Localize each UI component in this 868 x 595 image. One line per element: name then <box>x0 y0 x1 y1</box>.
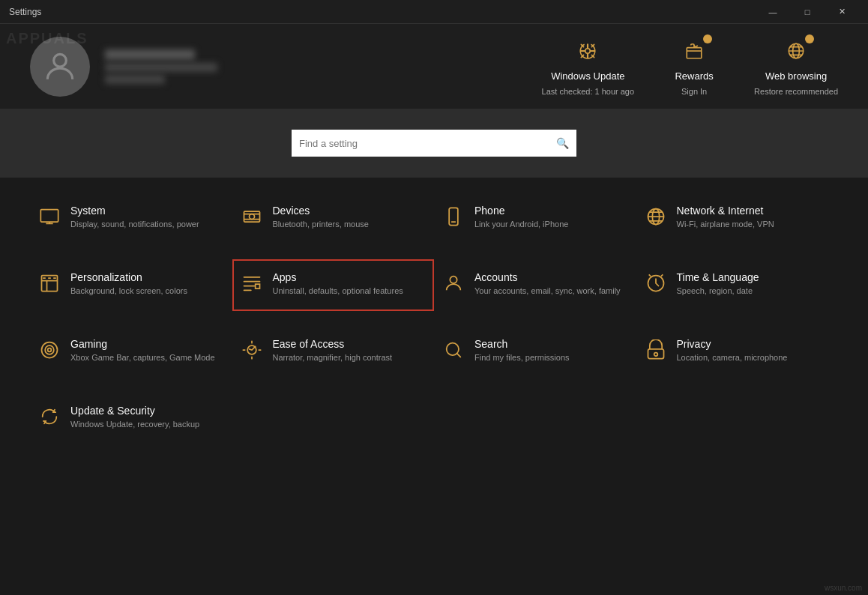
web-browsing-icon-wrap <box>781 36 811 66</box>
network-title: Network & Internet <box>677 205 774 217</box>
phone-sub: Link your Android, iPhone <box>474 219 568 230</box>
gaming-icon <box>39 339 60 366</box>
privacy-title: Privacy <box>677 338 788 350</box>
web-browsing-sub: Restore recommended <box>754 86 838 97</box>
svg-point-16 <box>45 345 54 354</box>
apps-sub: Uninstall, defaults, optional features <box>273 286 403 297</box>
grid-item-ease[interactable]: Ease of AccessNarrator, magnifier, high … <box>232 326 435 378</box>
close-button[interactable]: ✕ <box>825 0 859 24</box>
privacy-sub: Location, camera, microphone <box>677 352 788 363</box>
windows-update-action[interactable]: Windows Update Last checked: 1 hour ago <box>542 36 635 97</box>
ease-title: Ease of Access <box>273 338 393 350</box>
update-sub: Windows Update, recovery, backup <box>70 419 199 430</box>
search-area: 🔍 <box>0 109 868 178</box>
web-browsing-action[interactable]: Web browsing Restore recommended <box>754 36 838 97</box>
apps-title: Apps <box>273 271 403 283</box>
svg-point-7 <box>249 214 254 220</box>
rewards-icon-wrap <box>679 36 709 66</box>
network-sub: Wi-Fi, airplane mode, VPN <box>677 219 774 230</box>
titlebar-title: Settings <box>9 7 41 17</box>
apps-icon <box>241 273 262 299</box>
ease-icon <box>241 339 262 366</box>
web-browsing-badge <box>805 34 814 43</box>
svg-rect-2 <box>687 48 702 58</box>
svg-point-17 <box>48 348 52 352</box>
system-icon <box>39 206 60 232</box>
search-title: Search <box>474 338 570 350</box>
svg-point-0 <box>54 54 67 67</box>
grid-item-accounts[interactable]: AccountsYour accounts, email, sync, work… <box>434 259 636 311</box>
watermark-logo: APPUALS <box>6 30 88 47</box>
system-title: System <box>70 205 199 217</box>
grid-item-network[interactable]: Network & InternetWi-Fi, airplane mode, … <box>636 193 839 244</box>
network-icon <box>645 206 666 232</box>
gaming-sub: Xbox Game Bar, captures, Game Mode <box>70 352 215 363</box>
maximize-button[interactable]: □ <box>790 0 825 24</box>
privacy-icon <box>645 339 666 366</box>
gaming-title: Gaming <box>70 338 215 350</box>
rewards-action[interactable]: Rewards Sign In <box>664 36 724 97</box>
time-sub: Speech, region, date <box>677 286 759 297</box>
windows-update-sub: Last checked: 1 hour ago <box>542 86 635 97</box>
grid-item-time[interactable]: Time & LanguageSpeech, region, date <box>636 259 839 311</box>
user-name <box>105 49 195 60</box>
devices-icon <box>241 206 262 232</box>
svg-rect-5 <box>40 210 58 222</box>
time-title: Time & Language <box>677 271 759 283</box>
search-icon: 🔍 <box>556 137 569 149</box>
search-input[interactable] <box>299 138 550 149</box>
accounts-icon <box>443 273 464 299</box>
grid-item-update[interactable]: Update & SecurityWindows Update, recover… <box>30 393 232 444</box>
grid-item-personalization[interactable]: PersonalizationBackground, lock screen, … <box>30 259 232 311</box>
grid-item-gaming[interactable]: GamingXbox Game Bar, captures, Game Mode <box>30 326 232 378</box>
devices-title: Devices <box>273 205 369 217</box>
search-sub: Find my files, permissions <box>474 352 570 363</box>
system-sub: Display, sound, notifications, power <box>70 219 199 230</box>
accounts-sub: Your accounts, email, sync, work, family <box>474 286 621 297</box>
windows-update-title: Windows Update <box>551 70 624 82</box>
rewards-sub: Sign In <box>681 86 707 97</box>
personalization-sub: Background, lock screen, colors <box>70 286 187 297</box>
personalization-icon <box>39 273 60 299</box>
grid-item-privacy[interactable]: PrivacyLocation, camera, microphone <box>636 326 839 378</box>
web-browsing-title: Web browsing <box>765 70 827 82</box>
rewards-badge <box>703 34 712 43</box>
user-link <box>105 75 165 84</box>
rewards-title: Rewards <box>675 70 713 82</box>
svg-rect-12 <box>255 284 259 289</box>
search-icon <box>443 339 464 366</box>
personalization-title: Personalization <box>70 271 187 283</box>
update-title: Update & Security <box>70 405 199 417</box>
grid-item-search[interactable]: SearchFind my files, permissions <box>434 326 636 378</box>
devices-sub: Bluetooth, printers, mouse <box>273 219 369 230</box>
user-info <box>105 49 527 84</box>
update-icon <box>39 406 60 432</box>
user-email <box>105 63 217 72</box>
svg-point-1 <box>585 49 591 54</box>
ease-sub: Narrator, magnifier, high contrast <box>273 352 393 363</box>
windows-update-icon-wrap <box>573 36 603 66</box>
phone-icon <box>443 206 464 232</box>
titlebar: Settings — □ ✕ <box>0 0 868 24</box>
grid-item-devices[interactable]: DevicesBluetooth, printers, mouse <box>232 193 435 244</box>
svg-rect-20 <box>648 349 663 359</box>
titlebar-controls: — □ ✕ <box>756 0 859 24</box>
grid-item-phone[interactable]: PhoneLink your Android, iPhone <box>434 193 636 244</box>
header-actions: Windows Update Last checked: 1 hour ago … <box>542 36 838 97</box>
bottom-watermark: wsxun.com <box>825 584 862 592</box>
search-box[interactable]: 🔍 <box>292 130 576 157</box>
minimize-button[interactable]: — <box>756 0 790 24</box>
settings-grid: SystemDisplay, sound, notifications, pow… <box>0 178 868 459</box>
grid-item-apps[interactable]: AppsUninstall, defaults, optional featur… <box>232 259 435 311</box>
svg-point-21 <box>654 353 657 357</box>
svg-rect-8 <box>449 208 458 226</box>
svg-rect-6 <box>244 211 259 222</box>
svg-point-13 <box>450 277 456 283</box>
phone-title: Phone <box>474 205 568 217</box>
header: APPUALS Windows Update Last checked: <box>0 24 868 109</box>
accounts-title: Accounts <box>474 271 621 283</box>
time-icon <box>645 273 666 299</box>
svg-point-15 <box>42 342 58 358</box>
grid-item-system[interactable]: SystemDisplay, sound, notifications, pow… <box>30 193 232 244</box>
